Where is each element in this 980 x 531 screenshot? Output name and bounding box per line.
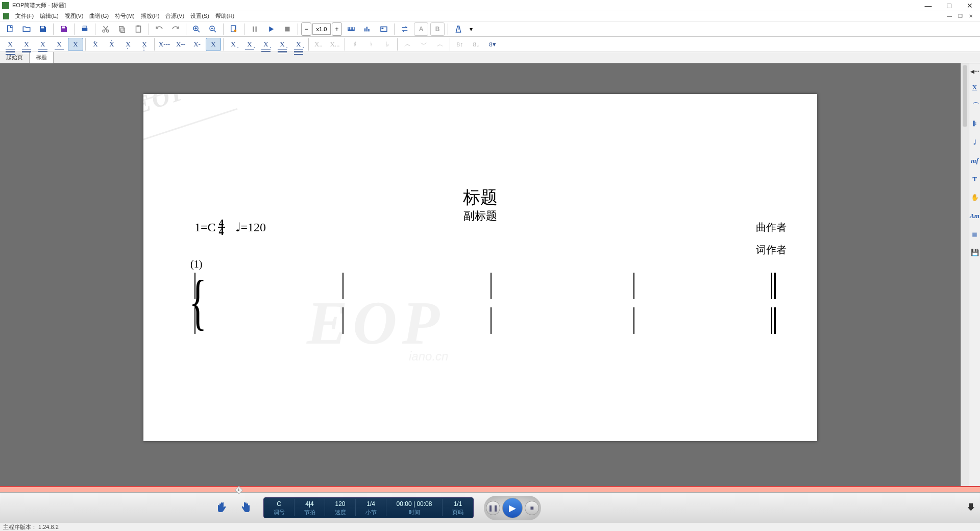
menu-file[interactable]: 文件(F): [12, 11, 37, 21]
export-button[interactable]: [57, 22, 71, 36]
menu-settings[interactable]: 设置(S): [187, 11, 212, 21]
pause-button[interactable]: [248, 22, 262, 36]
dash-1[interactable]: X---: [157, 38, 172, 51]
score-page[interactable]: EOP EOP iano.cn 标题 副标题 1=C 4 4 =120 曲作者 …: [143, 94, 817, 441]
open-button[interactable]: [19, 22, 34, 36]
side-chord-button[interactable]: Am: [970, 209, 980, 223]
beam-2[interactable]: X·: [242, 38, 257, 51]
maximize-button[interactable]: □: [942, 2, 957, 10]
mdi-minimize[interactable]: —: [945, 13, 954, 19]
metronome-dropdown[interactable]: ▾: [468, 22, 475, 36]
flat-button[interactable]: ♭: [380, 38, 395, 51]
beam-5[interactable]: X·: [291, 38, 306, 51]
player-stop-button[interactable]: ■: [525, 501, 539, 515]
canvas-area[interactable]: EOP EOP iano.cn 标题 副标题 1=C 4 4 =120 曲作者 …: [0, 63, 961, 486]
page-setup-button[interactable]: [227, 22, 241, 36]
tie-dashed[interactable]: ︿: [432, 38, 448, 51]
octave-up[interactable]: 8↑: [452, 38, 468, 51]
zoom-level[interactable]: x1.0: [312, 23, 331, 35]
side-hand-button[interactable]: ✋: [970, 190, 980, 205]
menu-sound[interactable]: 音源(V): [162, 11, 187, 21]
keyboard-button[interactable]: [344, 22, 358, 36]
player-play-button[interactable]: ▶: [502, 498, 523, 518]
side-list-button[interactable]: ≣: [970, 227, 980, 242]
info-time[interactable]: 00:00 | 00:08 时间: [386, 499, 443, 516]
dotted-1[interactable]: X·: [88, 38, 103, 51]
info-key[interactable]: C 调号: [264, 499, 295, 516]
side-text-button[interactable]: T: [970, 172, 980, 186]
b-marker-button[interactable]: B: [430, 22, 445, 36]
tab-start[interactable]: 起始页: [0, 52, 30, 63]
dotted-2[interactable]: X:: [104, 38, 119, 51]
navigator-button[interactable]: [377, 22, 391, 36]
duration-2[interactable]: X: [19, 38, 34, 51]
lyricist-label[interactable]: 词作者: [756, 243, 787, 257]
print-button[interactable]: [78, 22, 92, 36]
menu-edit[interactable]: 编辑(E): [37, 11, 62, 21]
info-bar[interactable]: 1/4 小节: [356, 499, 386, 516]
a-marker-button[interactable]: A: [414, 22, 428, 36]
duration-1[interactable]: X: [3, 38, 18, 51]
paste-button[interactable]: [131, 22, 145, 36]
repeat-button[interactable]: [398, 22, 412, 36]
player-pause-button[interactable]: ❚❚: [486, 501, 500, 515]
zoom-out-button[interactable]: [206, 22, 220, 36]
info-timesig[interactable]: 4|4 节拍: [295, 499, 325, 516]
dash-4-selected[interactable]: X: [206, 38, 221, 51]
beam-4[interactable]: X·: [275, 38, 290, 51]
undo-button[interactable]: [152, 22, 166, 36]
duration-3[interactable]: X: [35, 38, 51, 51]
timeline[interactable]: 1: [0, 486, 980, 492]
octave-down[interactable]: 8↓: [469, 38, 484, 51]
menu-score[interactable]: 曲谱(G): [86, 11, 112, 21]
dotted-3[interactable]: X·: [120, 38, 136, 51]
redo-button[interactable]: [168, 22, 183, 36]
cut-button[interactable]: [99, 22, 113, 36]
natural-button[interactable]: ♮: [363, 38, 379, 51]
zoom-minus-button[interactable]: −: [301, 22, 311, 36]
left-hand-button[interactable]: [214, 501, 229, 515]
copy-button[interactable]: [115, 22, 129, 36]
side-dynamics-button[interactable]: mf: [970, 154, 980, 168]
mixer-button[interactable]: [360, 22, 375, 36]
metronome-button[interactable]: [451, 22, 465, 36]
panel-collapse-icon[interactable]: ◂┄: [970, 66, 979, 76]
info-page[interactable]: 1/1 页码: [443, 499, 473, 516]
dash-2[interactable]: X--: [173, 38, 188, 51]
stop-button[interactable]: [280, 22, 295, 36]
mdi-close[interactable]: ✕: [967, 13, 975, 19]
menu-view[interactable]: 视图(V): [62, 11, 87, 21]
save-button[interactable]: [36, 22, 50, 36]
tie-down[interactable]: ︶: [416, 38, 431, 51]
dotted-4[interactable]: X:: [137, 38, 152, 51]
play-button[interactable]: [264, 22, 278, 36]
zoom-plus-button[interactable]: +: [332, 22, 342, 36]
player-expand-icon[interactable]: 🡇: [967, 502, 980, 513]
side-repeat-button[interactable]: 𝄆: [970, 117, 980, 131]
score-title[interactable]: 标题: [143, 186, 817, 209]
info-tempo[interactable]: 120 速度: [325, 499, 356, 516]
octave-menu[interactable]: 8▾: [485, 38, 500, 51]
tab-document[interactable]: 标题: [30, 52, 54, 63]
beam-3[interactable]: X·: [258, 38, 274, 51]
side-note-button[interactable]: X: [970, 80, 980, 94]
menu-symbol[interactable]: 符号(M): [112, 11, 138, 21]
dash-3[interactable]: X-: [189, 38, 205, 51]
minimize-button[interactable]: —: [920, 2, 937, 10]
close-button[interactable]: ✕: [962, 2, 978, 10]
menu-help[interactable]: 帮助(H): [212, 11, 237, 21]
duration-4[interactable]: X: [52, 38, 67, 51]
zoom-in-button[interactable]: [189, 22, 204, 36]
duration-5-selected[interactable]: X: [68, 38, 83, 51]
side-slur-button[interactable]: ⌒: [970, 99, 980, 113]
menu-play[interactable]: 播放(P): [138, 11, 163, 21]
new-button[interactable]: [3, 22, 17, 36]
right-hand-button[interactable]: [239, 501, 253, 515]
tie-up[interactable]: ︵: [400, 38, 415, 51]
mdi-restore[interactable]: ❐: [956, 13, 965, 19]
beam-1[interactable]: X·: [226, 38, 241, 51]
side-tempo-button[interactable]: ♩: [970, 135, 980, 150]
side-save-button[interactable]: 💾: [970, 246, 980, 260]
composer-label[interactable]: 曲作者: [756, 221, 787, 234]
vertical-scrollbar[interactable]: [961, 63, 969, 486]
